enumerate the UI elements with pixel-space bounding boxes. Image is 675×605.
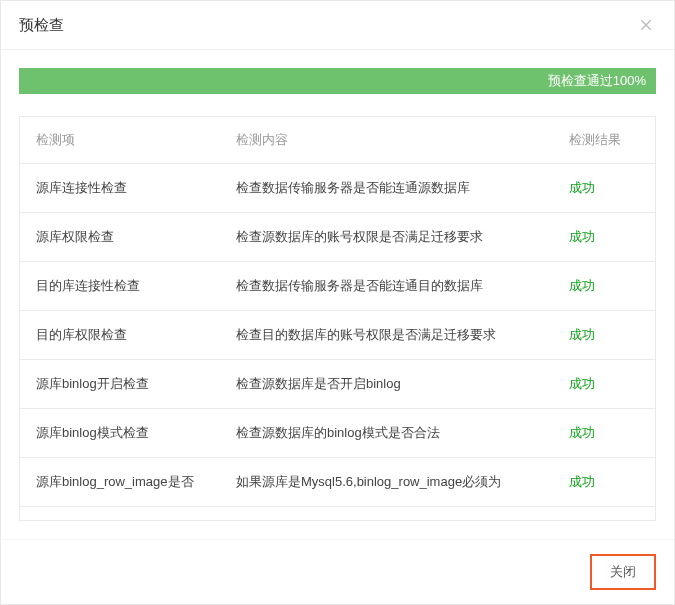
row-result: 成功: [569, 179, 639, 197]
precheck-dialog: 预检查 预检查通过100% 检测项 检测内容 检测结果 源库连接性检查检查数据传…: [0, 0, 675, 605]
close-button[interactable]: 关闭: [590, 554, 656, 590]
row-content: 检查目的数据库的账号权限是否满足迁移要求: [236, 326, 569, 344]
row-content: 检查源数据库的binlog模式是否合法: [236, 424, 569, 442]
table-body[interactable]: 源库连接性检查检查数据传输服务器是否能连通源数据库成功源库权限检查检查源数据库的…: [20, 163, 655, 520]
row-content: 检查数据传输服务器是否能连通源数据库: [236, 179, 569, 197]
table-row: 源库binlog开启检查检查源数据库是否开启binlog成功: [20, 359, 655, 408]
row-item: 源库binlog开启检查: [36, 375, 236, 393]
dialog-body: 预检查通过100% 检测项 检测内容 检测结果 源库连接性检查检查数据传输服务器…: [1, 50, 674, 539]
row-content: 检查源数据库是否开启binlog: [236, 375, 569, 393]
table-header: 检测项 检测内容 检测结果: [20, 117, 655, 163]
table-row: 目的库连接性检查检查数据传输服务器是否能连通目的数据库成功: [20, 261, 655, 310]
header-content: 检测内容: [236, 131, 569, 149]
table-row: 源库连接性检查检查数据传输服务器是否能连通源数据库成功: [20, 163, 655, 212]
row-item: 源库权限检查: [36, 228, 236, 246]
row-item: 目的库连接性检查: [36, 277, 236, 295]
dialog-header: 预检查: [1, 1, 674, 50]
dialog-footer: 关闭: [1, 539, 674, 604]
row-result: 成功: [569, 424, 639, 442]
row-item: 目的库权限检查: [36, 326, 236, 344]
dialog-title: 预检查: [19, 16, 64, 35]
check-table: 检测项 检测内容 检测结果 源库连接性检查检查数据传输服务器是否能连通源数据库成…: [19, 116, 656, 521]
row-content: 检查源数据库的账号权限是否满足迁移要求: [236, 228, 569, 246]
progress-text: 预检查通过100%: [548, 72, 646, 90]
row-content: 如果源库是Mysql5.6,binlog_row_image必须为: [236, 473, 569, 491]
row-result: 成功: [569, 375, 639, 393]
close-icon[interactable]: [636, 15, 656, 35]
table-row: 源库binlog模式检查检查源数据库的binlog模式是否合法成功: [20, 408, 655, 457]
row-result: 成功: [569, 277, 639, 295]
progress-bar: 预检查通过100%: [19, 68, 656, 94]
table-row: 源库server_id检查检查源数据库是否设置server_id大于1成功: [20, 506, 655, 520]
row-item: 源库连接性检查: [36, 179, 236, 197]
header-item: 检测项: [36, 131, 236, 149]
header-result: 检测结果: [569, 131, 639, 149]
row-item: 源库binlog模式检查: [36, 424, 236, 442]
row-item: 源库binlog_row_image是否: [36, 473, 236, 491]
table-row: 源库binlog_row_image是否如果源库是Mysql5.6,binlog…: [20, 457, 655, 506]
table-row: 目的库权限检查检查目的数据库的账号权限是否满足迁移要求成功: [20, 310, 655, 359]
table-row: 源库权限检查检查源数据库的账号权限是否满足迁移要求成功: [20, 212, 655, 261]
row-result: 成功: [569, 228, 639, 246]
row-result: 成功: [569, 473, 639, 491]
row-result: 成功: [569, 326, 639, 344]
row-content: 检查数据传输服务器是否能连通目的数据库: [236, 277, 569, 295]
